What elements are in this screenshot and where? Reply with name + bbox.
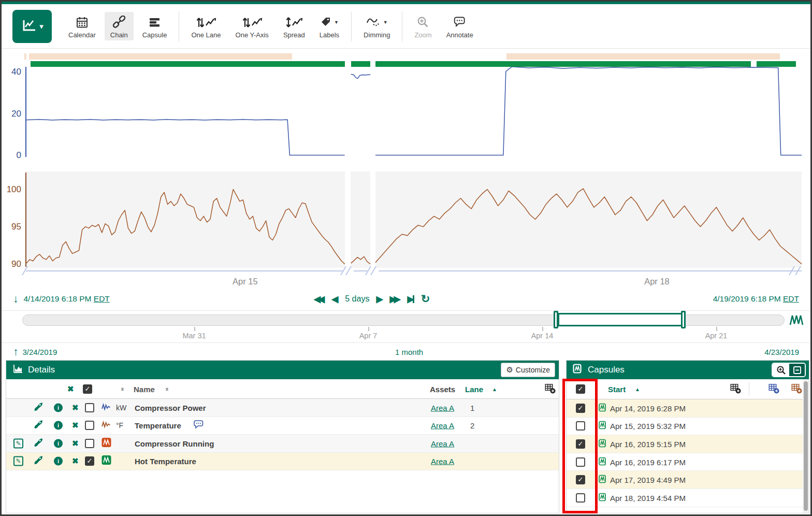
arrow-up-icon[interactable]: ↑	[13, 346, 19, 358]
toolbar-button-calendar[interactable]: Calendar	[63, 12, 102, 40]
capsule-bar-hot-temperature	[506, 53, 780, 60]
row-checkbox[interactable]	[85, 421, 94, 430]
details-row[interactable]: ✎ i ✖ Compressor Running Area A	[6, 435, 559, 453]
details-row[interactable]: ✎ i ✖ ✓ Hot Temperature Area A	[6, 453, 559, 471]
chain-break-gap	[370, 51, 375, 273]
column-assets[interactable]: Assets	[430, 384, 455, 393]
capsule-bar-compressor-running	[31, 61, 345, 67]
capsule-icon	[599, 493, 607, 503]
timezone-link[interactable]: EDT	[94, 294, 110, 303]
row-checkbox[interactable]	[85, 403, 94, 412]
capsule-row[interactable]: ✓ Apr 14, 2019 6:28 PM	[567, 399, 809, 418]
capsule-time-icon	[142, 15, 167, 30]
capsule-row[interactable]: Apr 18, 2019 4:54 PM	[567, 489, 809, 507]
edit-icon[interactable]: ✎	[13, 456, 23, 466]
capsule-bar-hot-temperature	[24, 53, 27, 60]
customize-button[interactable]: ⚙ Customize	[501, 363, 555, 377]
investigate-range-row: ↑ 3/24/2019 1 month 4/23/2019	[2, 342, 810, 360]
timebar-tick-label: Mar 31	[173, 332, 215, 340]
remove-icon[interactable]: ✖	[72, 403, 79, 412]
signal-icon	[102, 403, 111, 413]
info-icon[interactable]: i	[54, 457, 63, 466]
toolbar-button-chain[interactable]: Chain	[105, 12, 134, 40]
arrow-down-icon[interactable]: ↓	[13, 293, 19, 305]
info-icon[interactable]: i	[54, 439, 63, 448]
rocket-icon[interactable]	[33, 437, 43, 449]
column-start[interactable]: Start	[608, 385, 626, 394]
remove-icon[interactable]: ✖	[72, 439, 79, 448]
select-all-checkbox[interactable]: ✓	[83, 384, 92, 394]
row-checkbox[interactable]: ✓	[85, 456, 94, 466]
toolbar-button-one-lane[interactable]: One Lane	[185, 12, 226, 40]
toolbar-button-spread[interactable]: Spread	[278, 12, 311, 40]
rocket-icon[interactable]	[33, 420, 43, 432]
display-range-start[interactable]: 4/14/2019 6:18 PM EDT	[24, 294, 110, 304]
toolbar-button-labels[interactable]: ▼ Labels	[314, 12, 345, 40]
column-lane[interactable]: Lane	[465, 384, 483, 393]
info-icon[interactable]: i	[54, 403, 63, 412]
asset-link[interactable]: Area A	[431, 457, 454, 466]
duration-label[interactable]: 5 days	[345, 294, 369, 304]
add-column-icon[interactable]	[545, 383, 556, 395]
chain-break-gap	[345, 51, 351, 273]
toolbar-button-annotate[interactable]: Annotate	[441, 12, 479, 40]
display-range-end[interactable]: 4/19/2019 6:18 PM EDT	[713, 294, 799, 304]
info-icon[interactable]: i	[54, 421, 63, 430]
step-forward-fast-button[interactable]: ▶▶	[389, 294, 400, 305]
y-axis-tick-label: 90	[3, 259, 21, 269]
column-name[interactable]: Name	[134, 384, 155, 393]
annotation-bubble-icon[interactable]	[193, 420, 205, 431]
x-axis	[26, 270, 802, 271]
remove-all-icon[interactable]: ✖	[67, 384, 74, 394]
remove-icon[interactable]: ✖	[72, 421, 79, 430]
row-checkbox[interactable]	[85, 439, 94, 448]
timebar-tick	[542, 327, 543, 331]
trend-view-icon	[21, 18, 37, 35]
details-row[interactable]: i ✖ kW Compressor Power Area A 1	[6, 399, 559, 417]
refresh-button[interactable]: ↻	[421, 293, 430, 305]
asset-link[interactable]: Area A	[431, 439, 454, 448]
capsule-zigzag-icon[interactable]	[789, 312, 804, 329]
toolbar-divider	[351, 11, 352, 41]
details-panel: Details ⚙ Customize ✖ ✓ ▲▼ Name ▲▼ Asset…	[6, 360, 559, 513]
add-signal-column-icon[interactable]	[769, 383, 779, 395]
capsules-panel: Capsules ✓ Start ▲	[566, 360, 809, 513]
timebar-ticks: Mar 31Apr 7Apr 14Apr 21	[2, 311, 810, 342]
toolbar-button-capsule[interactable]: Capsule	[137, 12, 173, 40]
view-selector-button[interactable]: ▾	[12, 10, 52, 43]
y-axis-tick-label: 0	[3, 150, 21, 161]
rocket-icon[interactable]	[33, 455, 43, 467]
annotation-red-box	[562, 379, 598, 513]
scrollbar[interactable]	[803, 379, 809, 513]
capsule-start: Apr 18, 2019 4:54 PM	[610, 493, 686, 502]
step-back-fast-button[interactable]: ◀◀	[314, 294, 325, 305]
step-forward-button[interactable]: ▶	[376, 294, 383, 305]
asset-link[interactable]: Area A	[431, 421, 454, 430]
collapse-panel-button[interactable]	[789, 364, 805, 376]
capsule-row[interactable]: Apr 16, 2019 6:17 PM	[567, 453, 809, 471]
capsules-panel-header: Capsules	[567, 361, 809, 379]
investigate-start[interactable]: 3/24/2019	[23, 348, 57, 356]
toolbar-button-dimming[interactable]: ▼ Dimming	[358, 12, 396, 40]
step-to-end-button[interactable]: ▶	[408, 294, 414, 305]
zoom-to-capsule-button[interactable]	[773, 364, 789, 376]
item-name: Compressor Running	[135, 439, 214, 448]
scrollbar-thumb[interactable]	[804, 381, 808, 511]
investigate-end[interactable]: 4/23/2019	[764, 348, 799, 356]
timezone-link[interactable]: EDT	[783, 294, 799, 303]
rocket-icon[interactable]	[33, 402, 43, 413]
capsule-row[interactable]: ✓ Apr 16, 2019 5:15 PM	[567, 435, 809, 453]
step-back-button[interactable]: ◀	[331, 294, 338, 305]
capsule-row[interactable]: ✓ Apr 17, 2019 4:49 PM	[567, 471, 809, 489]
remove-icon[interactable]: ✖	[72, 456, 79, 466]
lane1-y-axis	[25, 67, 26, 157]
edit-icon[interactable]: ✎	[13, 438, 23, 448]
add-column-icon[interactable]	[730, 383, 741, 395]
toolbar-button-one-y-axis[interactable]: One Y-Axis	[230, 12, 274, 40]
details-row[interactable]: i ✖ °F Temperature Area A 2	[6, 417, 559, 435]
add-condition-column-icon[interactable]	[791, 383, 802, 395]
capsule-row[interactable]: Apr 15, 2019 5:32 PM	[567, 418, 809, 436]
capsule-start: Apr 16, 2019 6:17 PM	[610, 457, 686, 466]
investigate-duration[interactable]: 1 month	[395, 348, 423, 356]
asset-link[interactable]: Area A	[431, 403, 454, 412]
